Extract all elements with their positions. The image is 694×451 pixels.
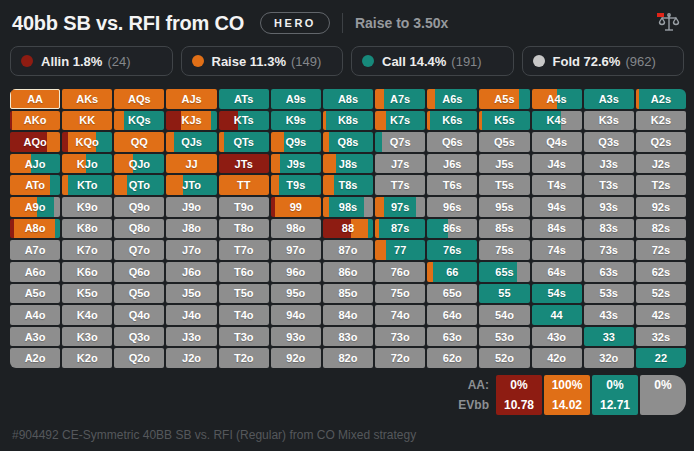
- hand-cell-87s[interactable]: 87s: [375, 219, 425, 239]
- legend-allin[interactable]: Allin 1.8% (24): [10, 46, 173, 76]
- hand-cell-AKs[interactable]: AKs: [62, 89, 112, 109]
- hand-cell-A7o[interactable]: A7o: [10, 240, 60, 260]
- hand-cell-A5o[interactable]: A5o: [10, 284, 60, 304]
- hand-cell-QJo[interactable]: QJo: [114, 154, 164, 174]
- hand-cell-JTo[interactable]: JTo: [166, 175, 216, 195]
- hand-cell-QJs[interactable]: QJs: [166, 132, 216, 152]
- hand-cell-73s[interactable]: 73s: [584, 240, 634, 260]
- hand-cell-95o[interactable]: 95o: [271, 284, 321, 304]
- hand-cell-Q3s[interactable]: Q3s: [584, 132, 634, 152]
- legend-raise[interactable]: Raise 11.3% (149): [181, 46, 344, 76]
- hand-cell-54o[interactable]: 54o: [479, 305, 529, 325]
- hand-cell-A6s[interactable]: A6s: [427, 89, 477, 109]
- hand-cell-76o[interactable]: 76o: [375, 262, 425, 282]
- hand-cell-72s[interactable]: 72s: [636, 240, 686, 260]
- hand-cell-84o[interactable]: 84o: [323, 305, 373, 325]
- hand-cell-T8o[interactable]: T8o: [219, 219, 269, 239]
- hand-cell-92o[interactable]: 92o: [271, 348, 321, 368]
- hand-cell-K9s[interactable]: K9s: [271, 111, 321, 131]
- hand-cell-ATs[interactable]: ATs: [219, 89, 269, 109]
- hand-cell-JJ[interactable]: JJ: [166, 154, 216, 174]
- hand-cell-92s[interactable]: 92s: [636, 197, 686, 217]
- hand-cell-J2o[interactable]: J2o: [166, 348, 216, 368]
- hand-cell-43s[interactable]: 43s: [584, 305, 634, 325]
- hand-cell-T5s[interactable]: T5s: [479, 175, 529, 195]
- hand-cell-22[interactable]: 22: [636, 348, 686, 368]
- hand-cell-AQs[interactable]: AQs: [114, 89, 164, 109]
- hand-cell-Q5o[interactable]: Q5o: [114, 284, 164, 304]
- hand-cell-33[interactable]: 33: [584, 327, 634, 347]
- hand-cell-J8s[interactable]: J8s: [323, 154, 373, 174]
- hand-cell-86s[interactable]: 86s: [427, 219, 477, 239]
- hand-cell-J7s[interactable]: J7s: [375, 154, 425, 174]
- hand-cell-75o[interactable]: 75o: [375, 284, 425, 304]
- hand-cell-T3s[interactable]: T3s: [584, 175, 634, 195]
- hand-cell-AJs[interactable]: AJs: [166, 89, 216, 109]
- hand-cell-99[interactable]: 99: [271, 197, 321, 217]
- hand-cell-82o[interactable]: 82o: [323, 348, 373, 368]
- hand-cell-J8o[interactable]: J8o: [166, 219, 216, 239]
- hand-cell-96s[interactable]: 96s: [427, 197, 477, 217]
- hand-cell-Q8o[interactable]: Q8o: [114, 219, 164, 239]
- hand-cell-K6s[interactable]: K6s: [427, 111, 477, 131]
- hand-cell-K3s[interactable]: K3s: [584, 111, 634, 131]
- hand-cell-T3o[interactable]: T3o: [219, 327, 269, 347]
- hand-cell-K6o[interactable]: K6o: [62, 262, 112, 282]
- hand-cell-T9o[interactable]: T9o: [219, 197, 269, 217]
- scale-balance-icon[interactable]: [656, 9, 682, 35]
- hand-cell-AA[interactable]: AA: [10, 89, 60, 109]
- hand-cell-TT[interactable]: TT: [219, 175, 269, 195]
- hand-cell-JTs[interactable]: JTs: [219, 154, 269, 174]
- hand-cell-94o[interactable]: 94o: [271, 305, 321, 325]
- hand-cell-86o[interactable]: 86o: [323, 262, 373, 282]
- hand-cell-Q4s[interactable]: Q4s: [532, 132, 582, 152]
- hand-cell-98o[interactable]: 98o: [271, 219, 321, 239]
- hand-cell-T2o[interactable]: T2o: [219, 348, 269, 368]
- hand-cell-55[interactable]: 55: [479, 284, 529, 304]
- hand-cell-85s[interactable]: 85s: [479, 219, 529, 239]
- hand-cell-K3o[interactable]: K3o: [62, 327, 112, 347]
- hand-cell-44[interactable]: 44: [532, 305, 582, 325]
- hand-cell-AKo[interactable]: AKo: [10, 111, 60, 131]
- hand-cell-32o[interactable]: 32o: [584, 348, 634, 368]
- hand-cell-Q9s[interactable]: Q9s: [271, 132, 321, 152]
- hand-cell-87o[interactable]: 87o: [323, 240, 373, 260]
- hand-cell-J5s[interactable]: J5s: [479, 154, 529, 174]
- hand-cell-A7s[interactable]: A7s: [375, 89, 425, 109]
- hand-cell-K2s[interactable]: K2s: [636, 111, 686, 131]
- hand-cell-Q2s[interactable]: Q2s: [636, 132, 686, 152]
- hand-cell-63s[interactable]: 63s: [584, 262, 634, 282]
- hand-cell-Q7s[interactable]: Q7s: [375, 132, 425, 152]
- hand-cell-KJo[interactable]: KJo: [62, 154, 112, 174]
- hand-cell-K2o[interactable]: K2o: [62, 348, 112, 368]
- hand-cell-A5s[interactable]: A5s: [479, 89, 529, 109]
- hand-cell-A9s[interactable]: A9s: [271, 89, 321, 109]
- hand-cell-KTs[interactable]: KTs: [219, 111, 269, 131]
- hand-cell-54s[interactable]: 54s: [532, 284, 582, 304]
- hand-cell-52s[interactable]: 52s: [636, 284, 686, 304]
- hand-cell-J5o[interactable]: J5o: [166, 284, 216, 304]
- hand-cell-KQo[interactable]: KQo: [62, 132, 112, 152]
- hand-cell-Q2o[interactable]: Q2o: [114, 348, 164, 368]
- legend-fold[interactable]: Fold 72.6% (962): [522, 46, 685, 76]
- hand-cell-AJo[interactable]: AJo: [10, 154, 60, 174]
- hand-cell-62o[interactable]: 62o: [427, 348, 477, 368]
- hand-cell-A8s[interactable]: A8s: [323, 89, 373, 109]
- hand-cell-77[interactable]: 77: [375, 240, 425, 260]
- hand-cell-82s[interactable]: 82s: [636, 219, 686, 239]
- hand-cell-75s[interactable]: 75s: [479, 240, 529, 260]
- hand-cell-QTo[interactable]: QTo: [114, 175, 164, 195]
- hand-cell-98s[interactable]: 98s: [323, 197, 373, 217]
- hand-cell-T4s[interactable]: T4s: [532, 175, 582, 195]
- hand-cell-T8s[interactable]: T8s: [323, 175, 373, 195]
- hand-cell-AQo[interactable]: AQo: [10, 132, 60, 152]
- hand-cell-64o[interactable]: 64o: [427, 305, 477, 325]
- hand-cell-A3s[interactable]: A3s: [584, 89, 634, 109]
- hand-cell-J6s[interactable]: J6s: [427, 154, 477, 174]
- hand-cell-74o[interactable]: 74o: [375, 305, 425, 325]
- hand-cell-K5s[interactable]: K5s: [479, 111, 529, 131]
- hand-cell-J9o[interactable]: J9o: [166, 197, 216, 217]
- hand-cell-97s[interactable]: 97s: [375, 197, 425, 217]
- hand-cell-84s[interactable]: 84s: [532, 219, 582, 239]
- hand-cell-94s[interactable]: 94s: [532, 197, 582, 217]
